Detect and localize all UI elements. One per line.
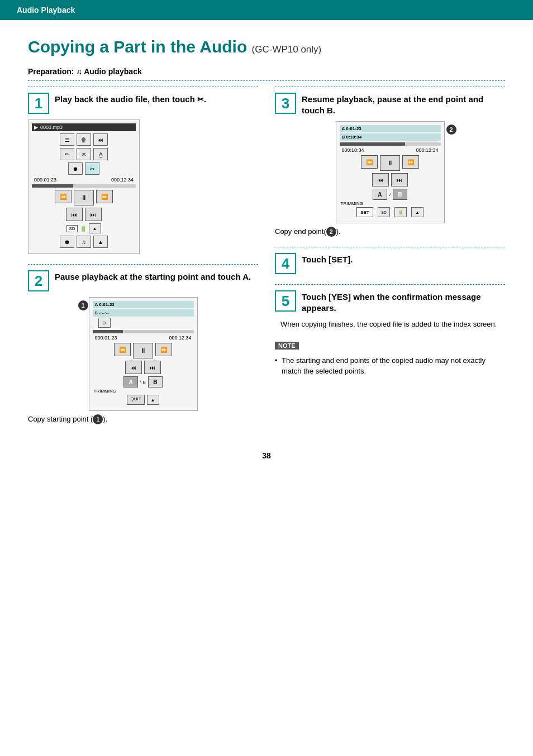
trimming-label: \ B (140, 380, 146, 385)
next-btn-2[interactable]: ⏭ (144, 361, 161, 374)
record-btn[interactable]: ⏺ (68, 162, 83, 175)
icon-row-2: ✏ ✕ A̲ (32, 148, 136, 160)
step-3-block: 3 Resume playback, pause at the end poin… (275, 87, 505, 237)
prev-btn-2[interactable]: ⏮ (125, 361, 142, 374)
bottom-icons: ⏺ ♫ ▲ (32, 236, 136, 248)
home-btn[interactable]: ▲ (89, 223, 101, 233)
rewind-btn-3[interactable]: ⏪ (361, 155, 378, 169)
controls-bottom-2: ⏮ ⏭ (93, 361, 194, 374)
note-item-1: The starting and end points of the copie… (282, 355, 505, 377)
icon-row-3: ⏺ ✂ (32, 162, 136, 175)
copy-end-label: Copy end point(2). (275, 227, 505, 237)
fastforward-btn[interactable]: ⏩ (96, 190, 113, 203)
rewind-btn[interactable]: ⏪ (55, 190, 72, 203)
left-column: 1 Play back the audio file, then touch ✂… (28, 87, 258, 434)
controls-top-3: ⏪ ⏸ ⏩ (340, 155, 441, 171)
progress-bar (32, 184, 136, 188)
info-b-row: B -:--:-- (93, 309, 194, 317)
trimming-text-3: TRIMMING (340, 201, 441, 206)
music-icon-btn[interactable]: ♫ (77, 236, 91, 248)
trimming-row-3: A / B (340, 189, 441, 200)
step-4-text: Touch [SET]. (302, 253, 353, 265)
bottom-controls-2: QUIT ▲ (93, 395, 194, 405)
a-button-label: A (242, 272, 249, 281)
page-number: 38 (28, 451, 505, 460)
step-5-header: 5 Touch [YES] when the confirmation mess… (275, 284, 505, 313)
prev-btn-3[interactable]: ⏮ (372, 173, 389, 186)
quit-btn[interactable]: QUIT (127, 395, 144, 405)
step-4-header: 4 Touch [SET]. (275, 247, 505, 274)
trimming-row: A \ B B (93, 376, 194, 387)
progress-bar-2 (93, 330, 194, 333)
delete-btn[interactable]: 🗑 (77, 133, 91, 146)
icon-row-1: ☰ 🗑 ⏮ (32, 133, 136, 146)
main-content: Copying a Part in the Audio (GC-WP10 onl… (0, 20, 533, 477)
copy-start-label: Copy starting point (1). (28, 414, 258, 424)
progress-fill-2 (93, 330, 123, 333)
cursor-icon: ⊙ (98, 318, 111, 328)
menu-btn[interactable]: ☰ (60, 133, 74, 146)
b-btn-3[interactable]: B (393, 189, 407, 200)
close-btn[interactable]: ✕ (77, 148, 91, 160)
battery-icon: 🔋 (80, 226, 87, 232)
upload-btn[interactable]: ▲ (93, 236, 108, 248)
circle-2: 2 (326, 227, 336, 237)
controls-bottom-3: ⏮ ⏭ (340, 173, 441, 186)
step-1-text: Play back the audio file, then touch ✂. (55, 93, 206, 105)
pause-btn-3[interactable]: ⏸ (380, 155, 400, 171)
pause-btn[interactable]: ⏸ (74, 190, 94, 205)
a-btn[interactable]: A (123, 376, 138, 387)
point-2-circle: 2 (446, 125, 456, 135)
battery-3: 🔋 (394, 207, 407, 217)
step-2-number: 2 (28, 270, 49, 291)
step-1-device: ▶ 0003.mp3 ☰ 🗑 ⏮ ✏ ✕ A̲ (28, 119, 140, 254)
header-title: Audio Playback (17, 6, 75, 15)
ff-btn-2[interactable]: ⏩ (155, 343, 172, 356)
step-5-block: 5 Touch [YES] when the confirmation mess… (275, 284, 505, 330)
pause-btn-2[interactable]: ⏸ (133, 343, 153, 358)
scissors-active-btn[interactable]: ✂ (85, 162, 99, 175)
set-btn[interactable]: SET (356, 207, 373, 217)
step-1-header: 1 Play back the audio file, then touch ✂… (28, 87, 258, 114)
step-2-text: Pause playback at the starting point and… (55, 270, 251, 283)
b-btn[interactable]: B (148, 376, 163, 387)
playback-controls-top: ⏪ ⏸ ⏩ (32, 190, 136, 205)
rec-icon[interactable]: ⏺ (60, 236, 74, 248)
step-5-number: 5 (275, 290, 296, 312)
progress-fill (32, 184, 73, 188)
bottom-controls-3: SET SD 🔋 ▲ (340, 207, 441, 217)
step-5-detail: When copying finishes, the copied file i… (280, 319, 505, 330)
slash: / (389, 192, 391, 197)
preparation-line: Preparation: ♫ Audio playback (28, 67, 505, 81)
sd-badge-3: SD (378, 207, 390, 217)
sd-badge: SD (66, 225, 77, 232)
filename-display: ▶ 0003.mp3 (32, 123, 136, 131)
time-display-3: 000:10:34 000:12:34 (340, 147, 441, 153)
step-2-header: 2 Pause playback at the starting point a… (28, 264, 258, 291)
right-column: 3 Resume playback, pause at the end poin… (275, 87, 505, 434)
text-btn[interactable]: A̲ (93, 148, 108, 160)
play-icon: ▶ (34, 125, 38, 130)
step-3-number: 3 (275, 93, 296, 114)
ff-btn-3[interactable]: ⏩ (402, 155, 419, 169)
step-5-text: Touch [YES] when the confirmation messag… (302, 290, 505, 313)
time-display-1: 000:01:23 000:12:34 (32, 177, 136, 183)
step-1-block: 1 Play back the audio file, then touch ✂… (28, 87, 258, 254)
next-btn[interactable]: ⏭ (85, 208, 102, 221)
rewind-btn-2[interactable]: ⏪ (114, 343, 131, 356)
prev-btn[interactable]: ⏮ (66, 208, 83, 221)
controls-top-2: ⏪ ⏸ ⏩ (93, 343, 194, 358)
two-column-layout: 1 Play back the audio file, then touch ✂… (28, 87, 505, 434)
point-1-circle: 1 (78, 300, 88, 310)
b-button-label: B (327, 106, 333, 115)
step-4-block: 4 Touch [SET]. (275, 247, 505, 274)
edit-btn[interactable]: ✏ (60, 148, 74, 160)
home-btn-3[interactable]: ▲ (411, 207, 423, 217)
skip-btn[interactable]: ⏮ (93, 133, 108, 146)
a-btn-3[interactable]: A (373, 189, 387, 200)
next-btn-3[interactable]: ⏭ (391, 173, 408, 186)
progress-bar-3 (340, 142, 441, 146)
step-2-block: 2 Pause playback at the starting point a… (28, 264, 258, 424)
home-btn-2[interactable]: ▲ (147, 395, 159, 405)
step-3-header: 3 Resume playback, pause at the end poin… (275, 87, 505, 116)
